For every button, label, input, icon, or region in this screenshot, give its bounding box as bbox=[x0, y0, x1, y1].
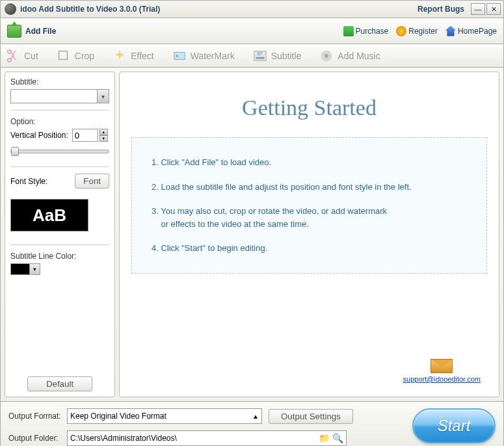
music-icon bbox=[319, 49, 334, 63]
step-3: 3. You may also cut, crop or rotate the … bbox=[152, 205, 467, 230]
window-title: idoo Add Subtitle to Video 3.0.0 (Trial) bbox=[20, 5, 418, 14]
output-format-label: Output Format: bbox=[8, 412, 67, 421]
folder-icon[interactable]: 📁 bbox=[319, 433, 330, 443]
register-icon bbox=[396, 26, 406, 36]
start-button[interactable]: Start bbox=[412, 408, 496, 443]
sparkle-icon bbox=[113, 49, 127, 63]
font-button[interactable]: Font bbox=[75, 174, 109, 189]
spin-up-button[interactable]: ▲ bbox=[99, 129, 108, 135]
divider bbox=[10, 166, 109, 167]
watermark-icon bbox=[172, 49, 187, 63]
output-format-value: Keep Original Video Format bbox=[70, 412, 166, 421]
tab-cut[interactable]: Cut bbox=[6, 49, 38, 63]
crop-icon bbox=[57, 49, 71, 63]
svg-point-0 bbox=[8, 49, 12, 53]
slider-thumb[interactable] bbox=[11, 147, 19, 156]
triangle-up-icon: ▲ bbox=[252, 413, 259, 420]
subtitle-label: Subtitle: bbox=[10, 77, 109, 86]
vertical-position-slider[interactable] bbox=[10, 150, 109, 153]
subtitle-icon: ST bbox=[253, 49, 267, 63]
mail-icon bbox=[431, 359, 453, 373]
svg-point-9 bbox=[325, 54, 329, 58]
font-style-label: Font Style: bbox=[10, 177, 75, 186]
tab-effect[interactable]: Effect bbox=[113, 49, 154, 63]
minimize-button[interactable]: — bbox=[471, 3, 485, 15]
homepage-icon bbox=[445, 26, 456, 36]
output-format-combo[interactable]: Keep Original Video Format ▲ bbox=[67, 408, 262, 424]
register-link[interactable]: Register bbox=[396, 26, 438, 36]
purchase-icon bbox=[343, 26, 354, 36]
color-dropdown-button[interactable]: ▾ bbox=[30, 263, 40, 275]
scissors-icon bbox=[6, 49, 20, 63]
line-color-label: Subtitle Line Color: bbox=[10, 252, 109, 261]
svg-text:ST: ST bbox=[257, 51, 262, 56]
output-folder-field: 📁 🔍 bbox=[67, 430, 347, 446]
chevron-down-icon: ▾ bbox=[97, 90, 109, 103]
output-folder-input[interactable] bbox=[70, 434, 316, 443]
close-button[interactable]: ✕ bbox=[486, 3, 501, 15]
spin-down-button[interactable]: ▼ bbox=[99, 135, 108, 142]
support-email-link[interactable]: support@idooeditor.com bbox=[403, 375, 481, 383]
svg-rect-6 bbox=[256, 57, 264, 59]
options-panel: Subtitle: ▾ Option: Vertical Position: ▲… bbox=[5, 72, 115, 397]
homepage-link[interactable]: HomePage bbox=[445, 26, 497, 36]
main-area: Subtitle: ▾ Option: Vertical Position: ▲… bbox=[0, 68, 504, 402]
tab-addmusic[interactable]: Add Music bbox=[319, 49, 380, 63]
svg-point-1 bbox=[8, 58, 12, 62]
content-panel: Getting Started 1. Click "Add File" to l… bbox=[119, 72, 499, 397]
vertical-position-input[interactable] bbox=[72, 129, 98, 142]
svg-point-4 bbox=[176, 55, 178, 57]
output-settings-button[interactable]: Output Settings bbox=[269, 409, 353, 424]
getting-started-title: Getting Started bbox=[131, 96, 487, 120]
vertical-position-label: Vertical Position: bbox=[10, 131, 68, 140]
purchase-link[interactable]: Purchase bbox=[343, 26, 389, 36]
output-bar: Output Format: Keep Original Video Forma… bbox=[0, 402, 504, 446]
instructions-box: 1. Click "Add File" to load video. 2. Lo… bbox=[131, 137, 487, 274]
color-swatch bbox=[10, 263, 30, 275]
output-folder-label: Output Folder: bbox=[8, 434, 67, 443]
add-file-icon bbox=[7, 25, 21, 38]
divider bbox=[10, 244, 109, 245]
report-bugs-link[interactable]: Report Bugs bbox=[418, 5, 464, 14]
divider bbox=[10, 110, 109, 111]
tool-tabs: Cut Crop Effect WaterMark ST Subtitle Ad… bbox=[0, 44, 504, 68]
add-file-label: Add File bbox=[25, 27, 56, 36]
step-2: 2. Load the subtitle file and adjust its… bbox=[152, 181, 467, 194]
add-file-button[interactable]: Add File bbox=[7, 25, 56, 38]
start-label: Start bbox=[438, 417, 471, 435]
step-1: 1. Click "Add File" to load video. bbox=[152, 156, 467, 169]
subtitle-combo[interactable]: ▾ bbox=[10, 89, 109, 103]
titlebar: idoo Add Subtitle to Video 3.0.0 (Trial)… bbox=[0, 0, 504, 18]
main-toolbar: Add File Purchase Register HomePage bbox=[0, 18, 504, 44]
svg-rect-3 bbox=[174, 52, 185, 59]
default-button[interactable]: Default bbox=[27, 376, 92, 391]
app-logo-icon bbox=[5, 3, 16, 15]
step-4: 4. Click "Start" to begin editing. bbox=[152, 242, 467, 255]
search-icon[interactable]: 🔍 bbox=[332, 433, 343, 443]
font-preview: AaB bbox=[10, 199, 88, 231]
option-label: Option: bbox=[10, 117, 109, 126]
tab-watermark[interactable]: WaterMark bbox=[172, 49, 235, 63]
tab-subtitle[interactable]: ST Subtitle bbox=[253, 49, 302, 63]
tab-crop[interactable]: Crop bbox=[57, 49, 94, 63]
svg-rect-2 bbox=[59, 51, 67, 59]
